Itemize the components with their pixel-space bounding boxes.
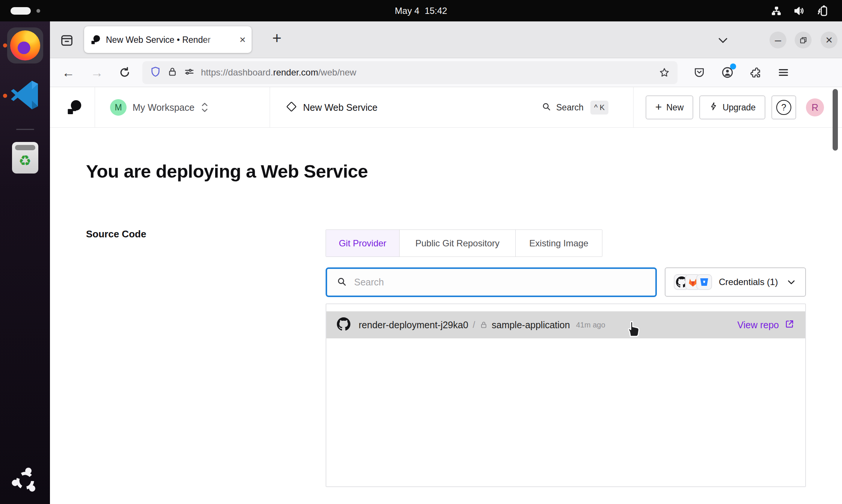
system-top-bar: May 4 15:42	[0, 0, 842, 21]
vscode-icon	[9, 78, 42, 113]
page-scrollbar-thumb[interactable]	[833, 89, 838, 151]
permissions-icon[interactable]	[184, 66, 195, 79]
diamond-icon	[286, 101, 297, 114]
source-code-label: Source Code	[86, 228, 146, 240]
repo-row[interactable]: render-deployment-j29ka0 / sample-applic…	[326, 311, 805, 338]
dock-item-firefox[interactable]	[0, 27, 50, 63]
browser-tab-active[interactable]: New Web Service • Render ×	[84, 26, 252, 53]
chevron-down-icon	[786, 276, 797, 288]
trash-icon: ♻	[12, 142, 38, 174]
search-icon	[541, 101, 552, 113]
repo-search-input[interactable]: Search	[326, 267, 657, 297]
workspace-avatar: M	[110, 99, 127, 116]
source-type-tabs: Git Provider Public Git Repository Exist…	[326, 229, 602, 257]
workspace-updown-chevron-icon	[200, 101, 210, 114]
tab-public-git-repository[interactable]: Public Git Repository	[400, 230, 516, 257]
volume-icon[interactable]	[793, 5, 805, 17]
user-avatar[interactable]: R	[806, 98, 824, 116]
firefox-running-indicator	[3, 44, 7, 48]
extensions-puzzle-icon[interactable]	[750, 66, 762, 78]
workspace-dot-indicator	[36, 9, 40, 13]
clock[interactable]: May 4 15:42	[395, 0, 447, 21]
tab-existing-image[interactable]: Existing Image	[516, 230, 602, 257]
search-shortcut-badge: ^ K	[590, 101, 608, 115]
search-credentials-row: Search	[326, 267, 806, 297]
repo-owner: render-deployment-j29ka0	[359, 320, 468, 330]
forward-button[interactable]: →	[91, 66, 103, 79]
dock-item-trash[interactable]: ♻	[0, 142, 50, 174]
battery-charging-icon[interactable]	[816, 5, 829, 17]
lock-icon[interactable]	[167, 66, 178, 78]
system-status-icons[interactable]	[771, 5, 829, 17]
provider-icons	[674, 274, 712, 290]
tab-git-provider[interactable]: Git Provider	[326, 230, 400, 257]
recycle-glyph: ♻	[18, 154, 31, 168]
bitbucket-icon	[696, 274, 712, 290]
plus-icon: +	[655, 101, 662, 113]
dock-item-vscode[interactable]	[0, 78, 50, 113]
clock-time: 15:42	[425, 6, 447, 16]
window-close-button[interactable]: ×	[821, 32, 837, 48]
navigation-toolbar: ← → https://dashboard.render.com/web/new	[50, 58, 842, 87]
external-link-icon	[784, 319, 795, 331]
network-icon[interactable]	[771, 5, 782, 17]
global-search[interactable]: Search ^ K	[541, 87, 608, 128]
render-dashboard-page: M My Workspace New Web Service	[50, 87, 842, 504]
repo-list: render-deployment-j29ka0 / sample-applic…	[326, 303, 806, 487]
pocket-icon[interactable]	[693, 66, 705, 78]
upgrade-button-label: Upgrade	[723, 103, 756, 113]
recent-browsing-icon[interactable]	[59, 32, 75, 48]
url-bar[interactable]: https://dashboard.render.com/web/new	[142, 61, 678, 84]
repo-search-placeholder: Search	[354, 277, 384, 288]
private-lock-icon	[480, 321, 488, 329]
source-controls: Git Provider Public Git Repository Exist…	[326, 229, 806, 487]
window-restore-button[interactable]	[795, 32, 812, 48]
list-all-tabs-icon[interactable]	[717, 34, 729, 48]
tab-close-icon[interactable]: ×	[240, 35, 246, 45]
window-minimize-button[interactable]: –	[770, 32, 786, 48]
firefox-window: New Web Service • Render × + – × ← →	[50, 21, 842, 504]
tab-title: New Web Service • Render	[106, 35, 211, 45]
hamburger-menu-icon[interactable]	[777, 66, 789, 78]
search-label: Search	[556, 103, 584, 113]
reload-button[interactable]	[118, 66, 131, 79]
url-prefix: https://dashboard.	[201, 67, 273, 77]
new-button[interactable]: + New	[646, 95, 693, 119]
repo-name: sample-application	[492, 320, 570, 330]
header-divider-1	[95, 87, 95, 128]
search-icon	[336, 276, 347, 289]
desktop: May 4 15:42	[0, 0, 842, 504]
workspace-selector[interactable]: M My Workspace	[110, 87, 210, 128]
dock-divider	[16, 129, 34, 130]
ubuntu-logo-icon	[12, 467, 39, 496]
url-path: /web/new	[318, 67, 356, 77]
tracking-protection-shield-icon[interactable]	[150, 66, 161, 79]
render-favicon	[90, 35, 101, 45]
firefox-active-highlight	[7, 27, 43, 63]
tab-strip: New Web Service • Render × + – ×	[50, 21, 842, 58]
repo-separator: /	[473, 320, 475, 330]
help-button[interactable]: ?	[771, 95, 796, 119]
page-title: New Web Service	[303, 102, 377, 113]
account-notification-dot	[730, 63, 736, 69]
firefox-icon	[10, 30, 40, 60]
vscode-running-indicator	[3, 94, 7, 98]
activities-indicator[interactable]	[11, 7, 31, 15]
dock: ♻	[0, 21, 50, 504]
clock-date: May 4	[395, 6, 419, 16]
bookmark-star-icon[interactable]	[659, 67, 670, 78]
view-repo-link[interactable]: View repo	[737, 319, 795, 331]
account-icon[interactable]	[721, 66, 734, 79]
dock-item-show-apps[interactable]	[0, 467, 50, 496]
tab-title-fade: New Web Service • Render	[106, 34, 229, 46]
render-logo[interactable]	[66, 87, 82, 128]
credentials-dropdown[interactable]: Credentials (1)	[665, 267, 806, 297]
url-text: https://dashboard.render.com/web/new	[201, 67, 356, 78]
workspace-name: My Workspace	[133, 102, 195, 113]
repo-updated-time: 41m ago	[576, 321, 605, 329]
upgrade-button[interactable]: Upgrade	[699, 95, 765, 119]
back-button[interactable]: ←	[62, 66, 75, 79]
new-button-label: New	[666, 103, 684, 113]
new-tab-button[interactable]: +	[272, 30, 282, 46]
header-divider-3	[633, 87, 634, 128]
